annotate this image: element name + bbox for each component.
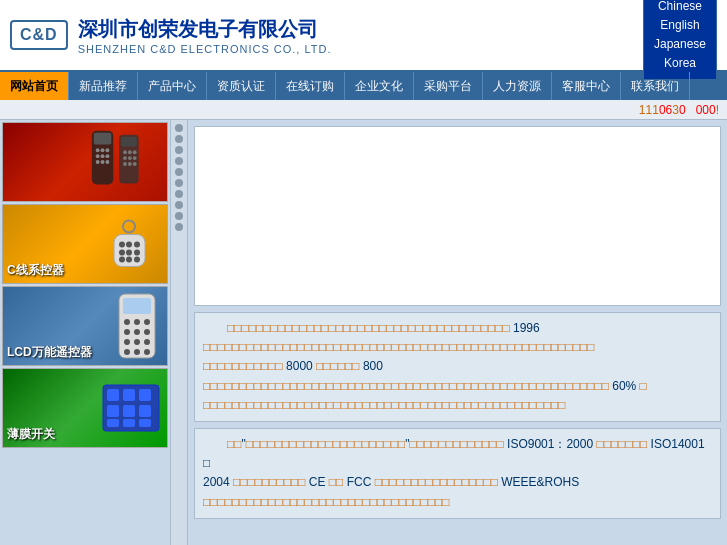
svg-rect-50 [139, 389, 151, 401]
svg-point-41 [124, 339, 130, 345]
svg-point-25 [126, 242, 132, 248]
svg-rect-51 [107, 405, 119, 417]
logo-area: C&D 深圳市创荣发电子有限公司 SHENZHEN C&D ELECTRONIC… [10, 16, 332, 55]
company-name-en: SHENZHEN C&D ELECTRONICS CO., LTD. [78, 43, 332, 55]
sidebar-item-lcd[interactable]: LCD万能遥控器 [2, 286, 168, 366]
banner-image [194, 126, 721, 306]
svg-point-8 [96, 160, 100, 164]
company-description-1: □□□□□□□□□□□□□□□□□□□□□□□□□□□□□□□□□□□□□□□ … [194, 312, 721, 422]
scroll-dot [175, 157, 183, 165]
nav-order[interactable]: 在线订购 [276, 72, 345, 100]
nav-contact[interactable]: 联系我们 [621, 72, 690, 100]
sidebar-label-4: 薄膜开关 [7, 426, 55, 443]
status-bar: 1110630 000! [0, 100, 727, 120]
svg-point-45 [134, 349, 140, 355]
svg-point-4 [105, 148, 109, 152]
svg-point-42 [134, 339, 140, 345]
svg-point-9 [101, 160, 105, 164]
lang-chinese[interactable]: Chinese [654, 0, 706, 16]
svg-point-10 [105, 160, 109, 164]
svg-point-36 [134, 319, 140, 325]
nav-culture[interactable]: 企业文化 [345, 72, 414, 100]
svg-point-30 [119, 257, 125, 263]
svg-point-27 [119, 250, 125, 256]
svg-rect-12 [121, 137, 137, 147]
svg-point-29 [134, 250, 140, 256]
svg-point-37 [144, 319, 150, 325]
description-text-1: □□□□□□□□□□□□□□□□□□□□□□□□□□□□□□□□□□□□□□□ … [203, 321, 647, 412]
svg-point-6 [101, 154, 105, 158]
nav-certification[interactable]: 资质认证 [207, 72, 276, 100]
description-text-2: □□"□□□□□□□□□□□□□□□□□□□□□□"□□□□□□□□□□□□□ … [203, 437, 705, 509]
sidebar: C线系控器 LCD万能遥控器 [0, 120, 170, 545]
svg-point-19 [123, 162, 127, 166]
svg-point-32 [134, 257, 140, 263]
svg-point-15 [133, 150, 137, 154]
svg-point-16 [123, 156, 127, 160]
svg-rect-48 [107, 389, 119, 401]
content-area: □□□□□□□□□□□□□□□□□□□□□□□□□□□□□□□□□□□□□□□ … [188, 120, 727, 545]
scroll-dot [175, 212, 183, 220]
svg-rect-52 [123, 405, 135, 417]
svg-point-3 [101, 148, 105, 152]
svg-point-5 [96, 154, 100, 158]
svg-point-14 [128, 150, 132, 154]
svg-point-38 [124, 329, 130, 335]
scroll-dot [175, 190, 183, 198]
svg-point-26 [134, 242, 140, 248]
svg-point-7 [105, 154, 109, 158]
main-content: C线系控器 LCD万能遥控器 [0, 120, 727, 545]
svg-rect-1 [94, 133, 112, 145]
scroll-dot [175, 223, 183, 231]
svg-point-13 [123, 150, 127, 154]
svg-point-46 [144, 349, 150, 355]
svg-point-44 [124, 349, 130, 355]
svg-point-24 [119, 242, 125, 248]
lang-english[interactable]: English [654, 16, 706, 35]
svg-point-35 [124, 319, 130, 325]
sidebar-item-membrane[interactable]: 薄膜开关 [2, 368, 168, 448]
company-name-zh: 深圳市创荣发电子有限公司 [78, 16, 332, 43]
sidebar-item-keychain[interactable]: C线系控器 [2, 204, 168, 284]
svg-point-21 [133, 162, 137, 166]
svg-point-28 [126, 250, 132, 256]
svg-rect-49 [123, 389, 135, 401]
status-text: 1110630 000! [639, 103, 719, 117]
nav-hr[interactable]: 人力资源 [483, 72, 552, 100]
scroll-dot [175, 168, 183, 176]
navigation: 网站首页 新品推荐 产品中心 资质认证 在线订购 企业文化 采购平台 人力资源 … [0, 72, 727, 100]
svg-point-18 [133, 156, 137, 160]
svg-point-43 [144, 339, 150, 345]
scroll-dot [175, 179, 183, 187]
scroll-dot [175, 201, 183, 209]
svg-rect-54 [107, 419, 119, 427]
scroll-dot [175, 146, 183, 154]
nav-new-products[interactable]: 新品推荐 [69, 72, 138, 100]
lang-japanese[interactable]: Japanese [654, 35, 706, 54]
company-description-2: □□"□□□□□□□□□□□□□□□□□□□□□□"□□□□□□□□□□□□□ … [194, 428, 721, 519]
svg-rect-53 [139, 405, 151, 417]
nav-home[interactable]: 网站首页 [0, 72, 69, 100]
language-selector[interactable]: Chinese English Japanese Korea [643, 0, 717, 80]
nav-products[interactable]: 产品中心 [138, 72, 207, 100]
logo-symbol: C&D [10, 20, 68, 50]
svg-point-40 [144, 329, 150, 335]
svg-point-31 [126, 257, 132, 263]
nav-service[interactable]: 客服中心 [552, 72, 621, 100]
svg-point-39 [134, 329, 140, 335]
svg-rect-34 [123, 298, 151, 314]
sidebar-label-3: LCD万能遥控器 [7, 344, 92, 361]
sidebar-item-remotes[interactable] [2, 122, 168, 202]
logo-text: 深圳市创荣发电子有限公司 SHENZHEN C&D ELECTRONICS CO… [78, 16, 332, 55]
scroll-divider [170, 120, 188, 545]
svg-point-2 [96, 148, 100, 152]
scroll-dot [175, 135, 183, 143]
lang-korea[interactable]: Korea [654, 54, 706, 73]
svg-rect-55 [123, 419, 135, 427]
nav-procurement[interactable]: 采购平台 [414, 72, 483, 100]
svg-point-17 [128, 156, 132, 160]
svg-point-22 [123, 221, 135, 233]
svg-point-20 [128, 162, 132, 166]
header: C&D 深圳市创荣发电子有限公司 SHENZHEN C&D ELECTRONIC… [0, 0, 727, 72]
scroll-dot [175, 124, 183, 132]
